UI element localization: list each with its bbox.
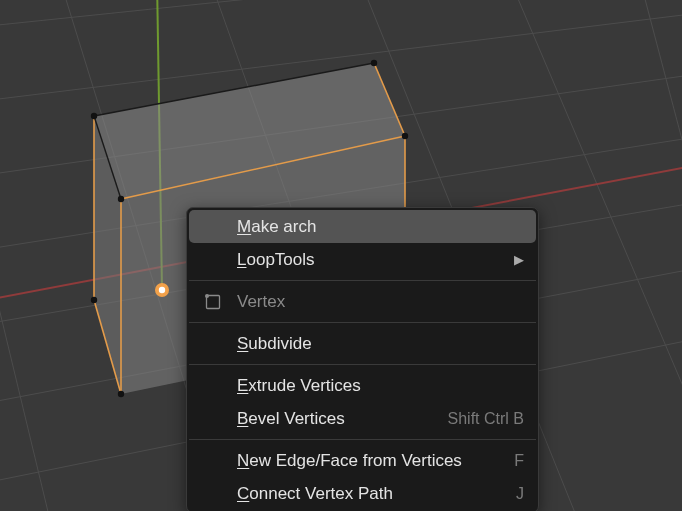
menu-shortcut: J [516,485,524,503]
svg-point-28 [118,391,124,397]
svg-point-27 [91,297,97,303]
menu-item-bevel-vertices[interactable]: Bevel Vertices Shift Ctrl B [189,402,536,435]
svg-point-22 [159,287,165,293]
chevron-right-icon: ▶ [514,252,524,267]
menu-item-subdivide[interactable]: Subdivide [189,327,536,360]
svg-point-26 [118,196,124,202]
menu-item-make-arch[interactable]: Make arch [189,210,536,243]
svg-point-25 [402,133,408,139]
svg-line-7 [0,0,50,511]
menu-item-new-edge-face[interactable]: New Edge/Face from Vertices F [189,444,536,477]
menu-label: Subdivide [237,334,524,354]
menu-header-vertex: Vertex [189,285,536,318]
menu-label: Make arch [237,217,524,237]
svg-point-23 [91,113,97,119]
menu-label: New Edge/Face from Vertices [237,451,514,471]
menu-item-connect-vertex-path[interactable]: Connect Vertex Path J [189,477,536,510]
menu-label: LoopTools [237,250,508,270]
menu-separator [189,364,536,365]
svg-point-24 [371,60,377,66]
origin-gizmo [155,283,169,297]
vertex-context-menu: Make arch LoopTools ▶ Vertex Subdivide [186,207,539,511]
menu-separator [189,439,536,440]
svg-line-12 [640,0,682,360]
menu-header-label: Vertex [237,292,524,312]
vertex-icon [189,293,237,311]
viewport-3d[interactable]: Make arch LoopTools ▶ Vertex Subdivide [0,0,682,511]
svg-line-6 [0,0,682,30]
menu-label: Extrude Vertices [237,376,524,396]
menu-item-looptools[interactable]: LoopTools ▶ [189,243,536,276]
svg-rect-29 [207,295,220,308]
menu-separator [189,322,536,323]
menu-label: Connect Vertex Path [237,484,516,504]
menu-label: Bevel Vertices [237,409,448,429]
menu-shortcut: Shift Ctrl B [448,410,524,428]
svg-point-30 [205,294,209,298]
menu-separator [189,280,536,281]
menu-shortcut: F [514,452,524,470]
menu-item-extrude-vertices[interactable]: Extrude Vertices [189,369,536,402]
